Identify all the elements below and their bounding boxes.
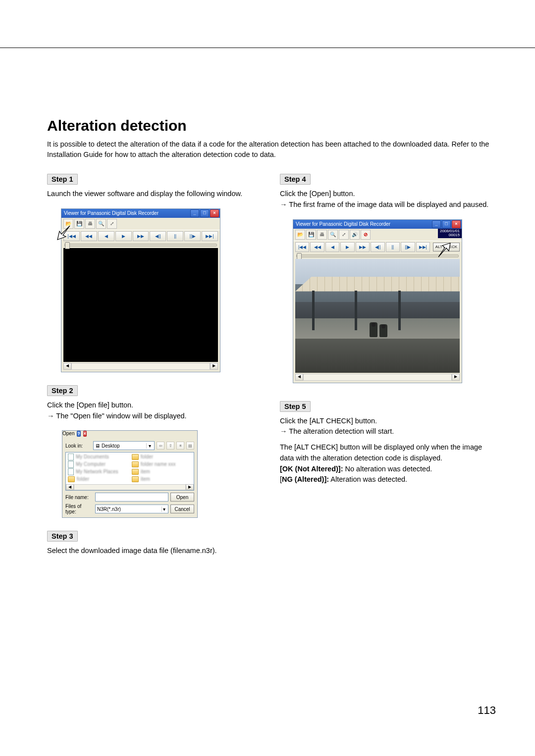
step1-header: Step 1 bbox=[47, 174, 78, 185]
ok-label: [OK (Not Altered)]: bbox=[280, 465, 343, 473]
new-folder-icon[interactable]: ✳ bbox=[176, 442, 184, 450]
step3-header: Step 3 bbox=[47, 531, 78, 542]
step2-header: Step 2 bbox=[47, 385, 78, 396]
folder-icon bbox=[132, 454, 139, 460]
document-icon bbox=[68, 454, 74, 460]
save-icon[interactable]: 💾 bbox=[74, 219, 84, 229]
step2-body: Click the [Open file] button. bbox=[47, 400, 265, 411]
save-icon[interactable]: 💾 bbox=[306, 230, 316, 240]
fit-icon[interactable]: ⤢ bbox=[339, 230, 349, 240]
chevron-down-icon: ▾ bbox=[146, 443, 153, 449]
zoom-icon[interactable]: 🔍 bbox=[328, 230, 338, 240]
position-slider[interactable] bbox=[64, 244, 217, 247]
folder-icon bbox=[132, 461, 139, 467]
intro-text: It is possible to detect the alteration … bbox=[47, 139, 498, 160]
step1-body: Launch the viewer software and display t… bbox=[47, 189, 265, 200]
file-list[interactable]: My Documents My Computer My Network Plac… bbox=[65, 452, 194, 491]
minimize-button[interactable]: _ bbox=[190, 209, 199, 217]
page-number: 113 bbox=[47, 704, 498, 717]
pointer-arrow-icon bbox=[56, 224, 71, 241]
fit-icon[interactable]: ⤢ bbox=[107, 219, 117, 229]
audio-icon[interactable]: 🔊 bbox=[350, 230, 360, 240]
window-title: Viewer for Panasonic Digital Disk Record… bbox=[296, 221, 431, 227]
viewer-window-empty: Viewer for Panasonic Digital Disk Record… bbox=[61, 208, 220, 372]
look-in-select[interactable]: 🖥 Desktop ▾ bbox=[93, 441, 155, 450]
folder-icon bbox=[68, 476, 75, 482]
step-back-button[interactable]: ◀ bbox=[325, 242, 339, 252]
rewind-button[interactable]: ◀◀ bbox=[81, 231, 97, 241]
maximize-button[interactable]: □ bbox=[442, 220, 451, 228]
video-area bbox=[63, 248, 218, 362]
frame-fwd-button[interactable]: ||▶ bbox=[401, 242, 415, 252]
back-icon[interactable]: ⇦ bbox=[157, 442, 164, 450]
step5-body: Click the [ALT CHECK] button. bbox=[280, 416, 498, 427]
step4-body: Click the [Open] button. bbox=[280, 189, 498, 200]
folder-icon bbox=[132, 476, 139, 482]
skip-end-button[interactable]: ▶▶| bbox=[202, 231, 218, 241]
frame-back-button[interactable]: ◀|| bbox=[371, 242, 384, 252]
skip-end-button[interactable]: ▶▶| bbox=[416, 242, 430, 252]
timestamp-overlay: 2008/01/0100015 bbox=[438, 229, 462, 239]
close-button[interactable]: × bbox=[452, 220, 461, 228]
position-slider[interactable] bbox=[296, 254, 459, 257]
step4-result: The first frame of the image data will b… bbox=[289, 201, 488, 208]
close-button[interactable]: × bbox=[83, 431, 87, 437]
step3-body: Select the downloaded image data file (f… bbox=[47, 546, 265, 556]
computer-icon bbox=[68, 461, 74, 468]
close-button[interactable]: × bbox=[210, 209, 219, 217]
step5-header: Step 5 bbox=[280, 401, 311, 412]
open-file-dialog: Open ? × Look in: 🖥 Desktop ▾ ⇦ ⇧ bbox=[62, 430, 198, 518]
open-button[interactable]: Open bbox=[170, 493, 194, 502]
ok-text: No alteration was detected. bbox=[343, 465, 432, 473]
h-scrollbar[interactable]: ◀▶ bbox=[295, 374, 460, 381]
step4-header: Step 4 bbox=[280, 174, 311, 185]
open-dialog-title: Open bbox=[62, 431, 74, 436]
play-button[interactable]: ▶ bbox=[340, 242, 354, 252]
pointer-arrow-icon bbox=[436, 242, 451, 259]
file-name-label: File name: bbox=[65, 495, 93, 500]
minimize-button[interactable]: _ bbox=[432, 220, 441, 228]
pause-button[interactable]: || bbox=[386, 242, 400, 252]
h-scrollbar[interactable]: ◀▶ bbox=[63, 363, 218, 370]
file-type-value: N3R(*.n3r) bbox=[97, 506, 121, 512]
folder-icon bbox=[132, 469, 139, 475]
zoom-icon[interactable]: 🔍 bbox=[96, 219, 106, 229]
frame-fwd-button[interactable]: ||▶ bbox=[184, 231, 201, 241]
frame-back-button[interactable]: ◀|| bbox=[150, 231, 166, 241]
skip-start-button[interactable]: |◀◀ bbox=[295, 242, 309, 252]
look-in-value: Desktop bbox=[102, 443, 120, 449]
open-file-icon[interactable]: 📂 bbox=[295, 230, 305, 240]
view-menu-icon[interactable]: ▤ bbox=[186, 442, 194, 450]
fast-forward-button[interactable]: ▶▶ bbox=[133, 231, 149, 241]
look-in-label: Look in: bbox=[65, 443, 91, 449]
ng-text: Alteration was detected. bbox=[329, 475, 407, 483]
cancel-icon[interactable]: ⊘ bbox=[361, 230, 371, 240]
fast-forward-button[interactable]: ▶▶ bbox=[356, 242, 370, 252]
file-type-label: Files of type: bbox=[65, 504, 93, 514]
play-button[interactable]: ▶ bbox=[115, 231, 132, 241]
file-type-select[interactable]: N3R(*.n3r) ▾ bbox=[95, 504, 168, 513]
maximize-button[interactable]: □ bbox=[200, 209, 209, 217]
window-title: Viewer for Panasonic Digital Disk Record… bbox=[64, 210, 189, 216]
chevron-down-icon: ▾ bbox=[161, 506, 166, 512]
network-icon bbox=[68, 468, 74, 475]
cancel-button[interactable]: Cancel bbox=[170, 504, 194, 513]
section-title: Alteration detection bbox=[47, 117, 498, 134]
step2-result: The "Open file" window will be displayed… bbox=[47, 411, 265, 422]
step5-result: The alteration detection will start. bbox=[280, 426, 498, 437]
step-back-button[interactable]: ◀ bbox=[98, 231, 114, 241]
file-name-input[interactable] bbox=[95, 493, 168, 502]
up-folder-icon[interactable]: ⇧ bbox=[166, 442, 174, 450]
print-icon[interactable]: 🖶 bbox=[85, 219, 95, 229]
step5-note: The [ALT CHECK] button will be displayed… bbox=[280, 442, 498, 464]
help-button[interactable]: ? bbox=[77, 431, 81, 437]
desktop-icon: 🖥 bbox=[95, 443, 100, 449]
video-area bbox=[295, 259, 460, 373]
print-icon[interactable]: 🖶 bbox=[317, 230, 327, 240]
rewind-button[interactable]: ◀◀ bbox=[310, 242, 324, 252]
pause-button[interactable]: || bbox=[167, 231, 183, 241]
